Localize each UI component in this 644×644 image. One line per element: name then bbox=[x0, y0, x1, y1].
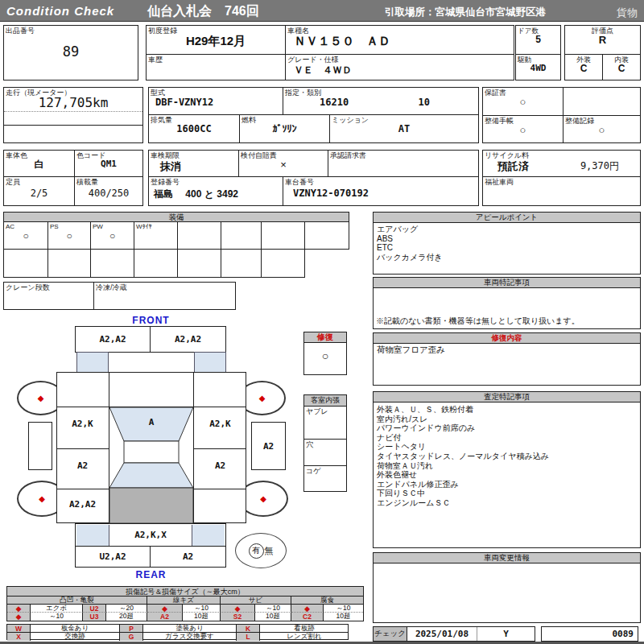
body-color-value: 白 bbox=[4, 159, 74, 170]
mileage-value: 127,705km bbox=[4, 96, 142, 110]
repair-details-title: 修復内容 bbox=[374, 333, 640, 344]
legend-group: 腐食 bbox=[291, 597, 363, 605]
sheet-number-box: 0089 bbox=[541, 626, 638, 642]
appeal-points-title: アピールポイント bbox=[374, 213, 640, 223]
capacity-value: 2/5 bbox=[4, 188, 74, 199]
left-quarter-code: A2,A2 bbox=[56, 499, 109, 510]
wheel-damage-icon: ◆ bbox=[260, 495, 266, 503]
grade-cell: グレード・仕様 ＶＥ ４ＷＤ bbox=[285, 54, 514, 80]
inspection-label: 車検期限 bbox=[149, 151, 238, 159]
drive-value: 4WD bbox=[516, 64, 560, 73]
presence-no: 無 bbox=[265, 545, 274, 557]
approval-label: 承認請求書 bbox=[328, 151, 478, 159]
lot-number-cell: 出品番号 89 bbox=[3, 25, 138, 80]
equipment-empty-cell bbox=[261, 249, 305, 278]
repair-flag-value: ○ bbox=[304, 350, 346, 362]
check-date: 2025/01/08 bbox=[407, 627, 477, 641]
maintenance-book-value: ○ bbox=[483, 125, 563, 136]
lot-number-label: 出品番号 bbox=[4, 26, 138, 35]
maintenance-record-value: ○ bbox=[564, 125, 640, 136]
legend-cell: U3 bbox=[83, 613, 106, 621]
warranty-value: ○ bbox=[483, 97, 563, 108]
rear-label: REAR bbox=[89, 569, 213, 580]
legend-cell: ◆ bbox=[291, 605, 324, 613]
history-label: 車歴 bbox=[147, 55, 285, 64]
appeal-points-panel: アピールポイント エアバッグ ABS ETC バックカメラ付き bbox=[373, 212, 641, 275]
assessment-line: パワーウインドウ前席のみ bbox=[377, 423, 637, 433]
damage-code: A2,A2 bbox=[99, 334, 126, 345]
equipment-empty-cell bbox=[304, 221, 349, 250]
equipment-empty-cell bbox=[261, 221, 305, 250]
model-code-label: 型式 bbox=[149, 88, 283, 97]
check-mark: Y bbox=[477, 627, 535, 641]
first-registration-cell: 初度登録 H29年12月 bbox=[146, 25, 286, 55]
legend-code: W bbox=[7, 625, 31, 633]
recycle-fee-label: リサイクル料 bbox=[483, 151, 640, 159]
legend-cell: C2 bbox=[291, 613, 324, 621]
spare-tire-presence: 有 無 bbox=[235, 533, 287, 568]
change-info-title: 車両変更情報 bbox=[374, 553, 640, 564]
assessment-line: 下回りＳＣ中 bbox=[377, 489, 637, 498]
class-value-2: 10 bbox=[419, 97, 430, 108]
class-cell: 指定・類別 16210 10 bbox=[283, 87, 479, 115]
pickup-location: 引取場所：宮城県仙台市宮城野区港 bbox=[385, 6, 546, 19]
equipment-empty-cell bbox=[221, 221, 262, 250]
cabin-row-tear: ヤブレ bbox=[304, 407, 346, 440]
score-cell: 評価点 R bbox=[564, 25, 641, 55]
transmission-cell: ミッション AT bbox=[329, 114, 479, 143]
assessment-line: 外装Ａ、Ｕ、Ｓ、鉄粉付着 bbox=[377, 405, 637, 415]
vehicle-notes-footnote: ※記載のない書類・機器等は無しとして取り扱います。 bbox=[376, 316, 580, 327]
front-bumper-right-cell: A2,A2 bbox=[150, 326, 226, 353]
rear-panel-code: A2,K,X bbox=[76, 530, 225, 541]
exterior-grade-cell: 外装 C bbox=[564, 54, 603, 80]
drive-cell: 駆動 4WD bbox=[515, 54, 561, 80]
displacement-cell: 排気量 1600CC bbox=[148, 114, 240, 143]
chassis-number-value: VZNY12-070192 bbox=[283, 188, 478, 199]
legend-group: サビ bbox=[221, 597, 291, 605]
color-code-cell: 色コード QM1 bbox=[74, 150, 143, 177]
equipment-cell-pw: PW ○ bbox=[90, 221, 134, 250]
class-value-1: 16210 bbox=[320, 97, 349, 108]
equipment-cell-ac: AC ○ bbox=[3, 221, 48, 250]
history-cell: 車歴 bbox=[146, 54, 286, 80]
assessment-line: シートヘタリ bbox=[377, 442, 637, 452]
legend-code-desc: 交換跡 bbox=[31, 633, 120, 641]
assessment-line: ナビ付 bbox=[377, 433, 637, 443]
right-front-door-code: A2,K bbox=[194, 419, 246, 430]
warranty-cell: 保証書 ○ bbox=[482, 87, 564, 116]
damage-code: A2 bbox=[183, 551, 193, 562]
equipment-value: ○ bbox=[4, 231, 47, 242]
interior-grade-cell: 内装 C bbox=[602, 54, 641, 80]
legend-table: 凸凹・亀裂 線キズ サビ 腐食 ◆ エクボ U2 ～20 ◆ ～10 ◆ ～10… bbox=[6, 596, 364, 621]
insurance-value: × bbox=[239, 159, 328, 171]
insurance-cell: 検付自賠責 × bbox=[238, 150, 328, 177]
exterior-grade-value: C bbox=[565, 64, 602, 74]
fuel-value: ｶﾞｿﾘﾝ bbox=[240, 124, 329, 134]
model-name-cell: 車種名 ＮＶ１５０ ＡＤ bbox=[285, 25, 514, 55]
vehicle-notes-title: 車両特記事項 bbox=[374, 278, 640, 288]
welfare-vehicle-cell: 福祉車両 bbox=[482, 176, 641, 206]
damage-code: A2,A2 bbox=[175, 334, 201, 345]
equipment-empty-cell bbox=[134, 249, 178, 278]
plate-number-cell: 登録番号 福島 400 と 3492 bbox=[148, 176, 283, 206]
score-value: R bbox=[565, 35, 640, 46]
warranty-empty-cell bbox=[563, 87, 641, 116]
legend-code: X bbox=[7, 633, 31, 641]
left-front-door-code: A2,K bbox=[56, 419, 109, 430]
cabin-row-burn: コゲ bbox=[304, 466, 346, 492]
doors-value: 5 bbox=[516, 35, 560, 45]
appeal-line: エアバッグ bbox=[377, 225, 637, 234]
appeal-line: ABS bbox=[377, 234, 637, 244]
displacement-value: 1600CC bbox=[149, 124, 239, 134]
rear-panel-cell: A2,K,X bbox=[75, 523, 226, 547]
brand-logo: Condition Check bbox=[6, 4, 114, 18]
inspection-value: 抹消 bbox=[149, 159, 238, 174]
inspection-cell: 車検期限 抹消 bbox=[148, 150, 239, 177]
interior-grade-value: C bbox=[603, 64, 640, 74]
legend-cell: ◆ bbox=[7, 613, 31, 621]
assessment-line: エンドパネル修正歪み bbox=[377, 480, 637, 489]
assessment-notes-title: 査定特記事項 bbox=[374, 392, 640, 402]
vehicle-notes-panel: 車両特記事項 ※記載のない書類・機器等は無しとして取り扱います。 bbox=[373, 277, 641, 329]
equipment-empty-cell bbox=[177, 221, 221, 250]
legend-cell: ◆ bbox=[221, 605, 255, 613]
